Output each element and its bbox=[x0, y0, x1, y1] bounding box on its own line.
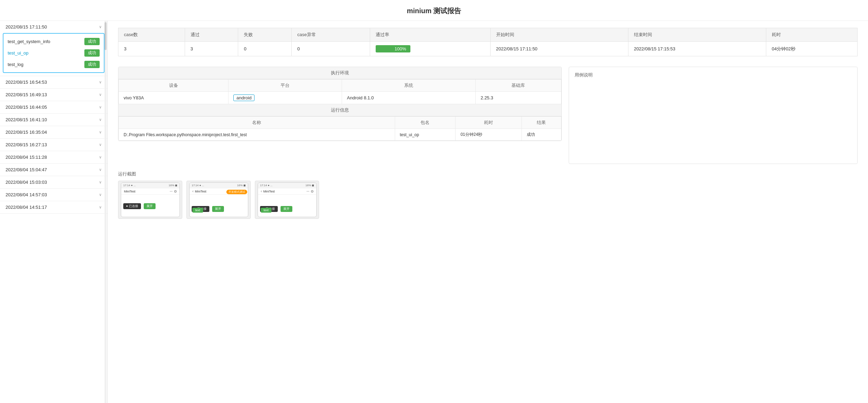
sidebar-item-row: test_ui_op成功 bbox=[3, 47, 104, 59]
nav-title: MiniTest bbox=[124, 190, 135, 193]
stats-col-header: 失败 bbox=[238, 28, 292, 42]
stats-cell: 0 bbox=[238, 42, 292, 56]
chevron-down-icon: ∨ bbox=[99, 155, 102, 159]
scroll-bar[interactable] bbox=[105, 21, 107, 403]
sidebar-group-header-g1[interactable]: 2022/08/15 17:11:50∨ bbox=[0, 21, 107, 33]
sidebar-group-timestamp: 2022/08/04 15:03:03 bbox=[6, 180, 47, 185]
chevron-down-icon: ∨ bbox=[99, 25, 102, 29]
sidebar-group-header-g5[interactable]: 2022/08/15 16:41:10∨ bbox=[0, 114, 107, 126]
stats-cell: 0 bbox=[292, 42, 370, 56]
sidebar-group-header-g4[interactable]: 2022/08/15 16:44:05∨ bbox=[0, 101, 107, 113]
stats-col-header: case异常 bbox=[292, 28, 370, 42]
stats-col-header: 开始时间 bbox=[490, 28, 628, 42]
stats-cell: 2022/08/15 17:15:53 bbox=[628, 42, 766, 56]
progress-bar: 100% bbox=[376, 45, 410, 52]
text-badge: text bbox=[192, 208, 203, 213]
page-title: minium 测试报告 bbox=[407, 7, 461, 15]
chevron-down-icon: ∨ bbox=[99, 180, 102, 184]
nav-close-icon: ⊙ bbox=[311, 189, 314, 193]
status-badge: 成功 bbox=[84, 61, 100, 68]
screenshot-thumb: 17:14 ● ... 16% ◼ ‹ MiniTest ··· ⊙ 开发模式调… bbox=[186, 181, 251, 219]
sidebar-group-g11: 2022/08/04 14:57:03∨ bbox=[0, 189, 107, 201]
note-panel-title: 用例说明 bbox=[575, 72, 852, 78]
stats-col-header: 结束时间 bbox=[628, 28, 766, 42]
screenshot-thumb: 17:14 ● ... 16% ◼ ‹ MiniTest ··· ⊙ text … bbox=[255, 181, 319, 219]
note-panel: 用例说明 bbox=[569, 67, 858, 164]
sidebar-group-g8: 2022/08/04 15:11:28∨ bbox=[0, 151, 107, 164]
expand-btn: 展开 bbox=[212, 206, 224, 212]
env-col-header: 系统 bbox=[342, 80, 476, 92]
sidebar-group-body-g1: test_get_system_info成功test_ui_op成功test_l… bbox=[3, 33, 105, 73]
sidebar-group-timestamp: 2022/08/04 15:11:28 bbox=[6, 155, 47, 160]
chevron-down-icon: ∨ bbox=[99, 167, 102, 172]
phone-status-bar: 17:14 ● ... 16% ◼ bbox=[258, 183, 316, 188]
sidebar-item-name[interactable]: test_ui_op bbox=[8, 50, 28, 56]
connected-btn: ● 已连接 bbox=[123, 203, 141, 209]
sidebar-group-g6: 2022/08/15 16:35:04∨ bbox=[0, 126, 107, 139]
back-icon: ‹ bbox=[261, 189, 262, 193]
sidebar-group-g5: 2022/08/15 16:41:10∨ bbox=[0, 114, 107, 126]
sidebar-group-header-g11[interactable]: 2022/08/04 14:57:03∨ bbox=[0, 189, 107, 201]
phone-content: ● 已连接 展开 bbox=[123, 203, 177, 209]
sidebar-group-header-g6[interactable]: 2022/08/15 16:35:04∨ bbox=[0, 126, 107, 138]
phone-mockup: 17:14 ● ... 16% ◼ MiniTest ··· ⊙ ● 已连接 展… bbox=[121, 182, 180, 217]
sidebar-group-g12: 2022/08/04 14:51:17∨ bbox=[0, 201, 107, 214]
dev-badge: 开发模式调试 bbox=[226, 190, 247, 194]
sidebar-group-g9: 2022/08/04 15:04:47∨ bbox=[0, 164, 107, 176]
sidebar-group-timestamp: 2022/08/15 16:44:05 bbox=[6, 105, 47, 110]
run-info-col-header: 包名 bbox=[395, 117, 456, 129]
sidebar-group-timestamp: 2022/08/15 16:27:13 bbox=[6, 142, 47, 147]
stats-table: case数通过失败case异常通过率开始时间结束时间耗时 3300100%202… bbox=[118, 28, 858, 56]
sidebar-group-timestamp: 2022/08/15 16:49:13 bbox=[6, 92, 47, 97]
panels-row: 执行环境 设备平台系统基础库 vivo Y83AandroidAndroid 8… bbox=[118, 67, 858, 164]
sidebar-group-header-g7[interactable]: 2022/08/15 16:27:13∨ bbox=[0, 139, 107, 151]
run-info-col-header: 耗时 bbox=[456, 117, 521, 129]
phone-nav-bar: ‹ MiniTest ··· ⊙ bbox=[258, 188, 316, 195]
stats-col-header: 通过率 bbox=[370, 28, 490, 42]
phone-mockup: 17:14 ● ... 16% ◼ ‹ MiniTest ··· ⊙ 开发模式调… bbox=[189, 182, 248, 217]
status-badge: 成功 bbox=[84, 49, 100, 57]
chevron-down-icon: ∨ bbox=[99, 130, 102, 134]
sidebar-group-g4: 2022/08/15 16:44:05∨ bbox=[0, 101, 107, 114]
status-time: 17:14 ● ... bbox=[123, 184, 136, 187]
sidebar-item-name: test_log bbox=[8, 62, 24, 67]
run-info-cell: 成功 bbox=[521, 129, 561, 141]
env-col-header: 基础库 bbox=[476, 80, 561, 92]
phone-body: text ● 已连接 展开 bbox=[258, 195, 316, 213]
sidebar: 2022/08/15 17:11:50∨test_get_system_info… bbox=[0, 21, 108, 403]
sidebar-group-timestamp: 2022/08/04 14:57:03 bbox=[6, 192, 47, 197]
nav-menu-icon: ··· bbox=[307, 189, 309, 193]
nav-menu-icon: ··· bbox=[170, 189, 173, 193]
sidebar-group-g2: 2022/08/15 16:54:53∨ bbox=[0, 76, 107, 89]
sidebar-group-timestamp: 2022/08/15 16:41:10 bbox=[6, 117, 47, 122]
nav-title: MiniTest bbox=[195, 190, 206, 193]
env-section-title: 执行环境 bbox=[118, 67, 561, 79]
back-icon: ‹ bbox=[192, 189, 193, 193]
run-info-cell: 01分钟24秒 bbox=[456, 129, 521, 141]
screenshot-thumb: 17:14 ● ... 16% ◼ MiniTest ··· ⊙ ● 已连接 展… bbox=[118, 181, 182, 219]
sidebar-group-header-g3[interactable]: 2022/08/15 16:49:13∨ bbox=[0, 89, 107, 101]
page-header: minium 测试报告 bbox=[0, 0, 868, 21]
chevron-down-icon: ∨ bbox=[99, 92, 102, 97]
phone-body: ● 已连接 展开 bbox=[121, 195, 180, 211]
stats-col-header: 耗时 bbox=[766, 28, 857, 42]
sidebar-group-header-g10[interactable]: 2022/08/04 15:03:03∨ bbox=[0, 176, 107, 188]
sidebar-group-header-g2[interactable]: 2022/08/15 16:54:53∨ bbox=[0, 76, 107, 88]
sidebar-group-g7: 2022/08/15 16:27:13∨ bbox=[0, 139, 107, 151]
status-time: 17:14 ● ... bbox=[260, 184, 273, 187]
screenshots-section: 运行截图 17:14 ● ... 16% ◼ MiniTest ··· ⊙ ● … bbox=[118, 171, 858, 219]
chevron-down-icon: ∨ bbox=[99, 105, 102, 109]
stats-cell: 04分钟02秒 bbox=[766, 42, 857, 56]
env-cell: Android 8.1.0 bbox=[342, 92, 476, 104]
env-col-header: 平台 bbox=[228, 80, 342, 92]
sidebar-group-header-g8[interactable]: 2022/08/04 15:11:28∨ bbox=[0, 151, 107, 163]
env-cell: 2.25.3 bbox=[476, 92, 561, 104]
sidebar-group-header-g12[interactable]: 2022/08/04 14:51:17∨ bbox=[0, 201, 107, 213]
sidebar-group-header-g9[interactable]: 2022/08/04 15:04:47∨ bbox=[0, 164, 107, 176]
screenshots-row: 17:14 ● ... 16% ◼ MiniTest ··· ⊙ ● 已连接 展… bbox=[118, 181, 858, 219]
screenshots-title: 运行截图 bbox=[118, 171, 858, 177]
env-cell: vivo Y83A bbox=[119, 92, 228, 104]
sidebar-group-g10: 2022/08/04 15:03:03∨ bbox=[0, 176, 107, 189]
sidebar-group-timestamp: 2022/08/04 14:51:17 bbox=[6, 205, 47, 210]
stats-col-header: case数 bbox=[118, 28, 185, 42]
